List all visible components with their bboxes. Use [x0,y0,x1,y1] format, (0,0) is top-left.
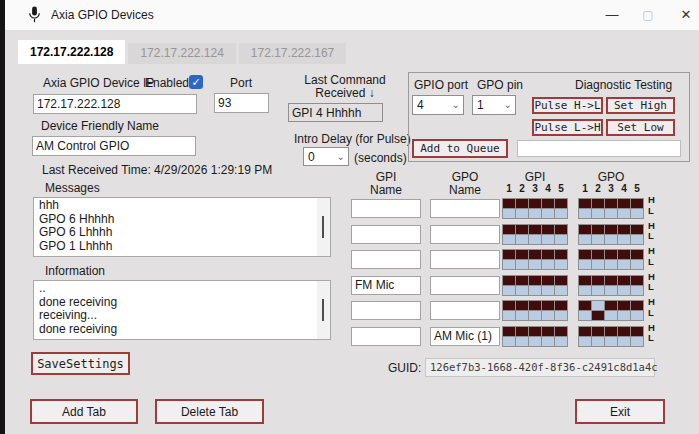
messages-list[interactable]: hhhGPO 6 HhhhhGPO 6 LhhhhGPO 1 Lhhhh [33,197,331,257]
gpo-pin-dropdown[interactable]: 1 ⌄ [472,95,516,115]
gpo-state-grid [578,249,644,270]
state-cell-low [516,337,528,346]
high-low-labels: HL [648,297,655,318]
gpi-state-grid [502,224,568,245]
state-cell-low [555,337,567,346]
intro-delay-dropdown[interactable]: 0 ⌄ [303,147,349,166]
state-cell-high [555,199,567,208]
state-cell-high [605,276,617,285]
information-scrollbar[interactable] [317,281,330,339]
information-list[interactable]: ..done receivingreceiving...done receivi… [33,280,331,340]
state-cell-low [516,209,528,218]
state-cell-low [592,311,604,320]
pin-row: HL [345,223,665,248]
state-cell-high [605,327,617,336]
gpi-name-input[interactable] [351,327,421,346]
gpo-name-input[interactable] [430,276,500,295]
seconds-label: (seconds) [354,151,407,165]
state-cell-low [542,337,554,346]
state-cell-high [592,327,604,336]
list-item[interactable]: hhh [34,199,316,213]
state-cell-low [555,286,567,295]
state-cell-high [592,276,604,285]
state-cell-low [503,286,515,295]
list-item[interactable]: receiving... [34,309,316,323]
state-cell-low [529,311,541,320]
device-ip-input[interactable] [33,94,197,114]
state-cell-high [555,225,567,234]
add-tab-button[interactable]: Add Tab [30,399,138,424]
app-window: Axia GPIO Devices — ▢ ✕ 172.17.222.12817… [0,0,699,434]
state-cell-low [529,209,541,218]
state-cell-high [605,199,617,208]
state-cell-low [516,311,528,320]
gpi-name-input[interactable] [351,301,421,320]
gpio-port-label: GPIO port [414,78,468,92]
gpi-state-grid [502,249,568,270]
close-icon[interactable]: ✕ [671,0,699,30]
guid-value[interactable]: 126ef7b3-1668-420f-8f36-c2491c8d1a4c [425,358,655,377]
friendly-name-input[interactable] [32,136,196,156]
set-low-button[interactable]: Set Low [606,119,675,136]
maximize-icon[interactable]: ▢ [633,0,663,30]
pin-row: HL [345,197,665,222]
state-cell-high [529,250,541,259]
list-item[interactable]: GPO 6 Hhhhh [34,213,316,227]
port-input[interactable] [214,93,269,113]
tab-172.17.222.128[interactable]: 172.17.222.128 [18,40,125,64]
tab-172.17.222.167[interactable]: 172.17.222.167 [239,43,346,64]
minimize-icon[interactable]: — [597,0,627,30]
diagnostic-testing-label: Diagnostic Testing [575,78,672,92]
gpo-name-input[interactable] [430,225,500,244]
tab-172.17.222.124[interactable]: 172.17.222.124 [128,43,235,64]
pin-number: 3 [605,183,617,194]
gpo-name-input[interactable] [430,199,500,218]
queue-input[interactable] [517,140,681,157]
state-cell-high [631,276,643,285]
gpi-name-input[interactable] [351,250,421,269]
state-cell-low [631,209,643,218]
pulse-high-low-button[interactable]: Pulse H->L [532,97,603,114]
state-cell-high [592,301,604,310]
state-cell-high [516,199,528,208]
set-high-button[interactable]: Set High [606,97,675,114]
exit-button[interactable]: Exit [575,399,665,424]
gpo-name-input[interactable] [430,327,500,346]
messages-scrollbar[interactable] [317,198,330,256]
list-item[interactable]: GPO 1 Lhhhh [34,240,316,254]
list-item[interactable]: done receiving [34,323,316,337]
gpo-name-input[interactable] [430,250,500,269]
state-cell-low [605,235,617,244]
list-item[interactable]: .. [34,282,316,296]
state-cell-high [631,301,643,310]
state-cell-high [618,276,630,285]
pin-row: HL [345,274,665,299]
gpi-name-input[interactable] [351,199,421,218]
pulse-low-high-button[interactable]: Pulse L->H [532,119,603,136]
state-cell-high [529,301,541,310]
state-cell-low [605,337,617,346]
state-cell-low [516,260,528,269]
add-to-queue-button[interactable]: Add to Queue [412,139,508,158]
pin-number: 4 [542,183,554,194]
gpio-port-dropdown[interactable]: 4 ⌄ [412,95,464,115]
gpo-pin-label: GPO pin [477,78,523,92]
state-cell-high [529,327,541,336]
state-label: H [648,195,655,206]
gpi-state-grid [502,300,568,321]
list-item[interactable]: GPO 6 Lhhhh [34,226,316,240]
list-item[interactable]: done receiving [34,296,316,310]
state-cell-high [592,199,604,208]
state-cell-low [579,235,591,244]
delete-tab-button[interactable]: Delete Tab [155,399,264,424]
enabled-checkbox[interactable]: ✓ [189,75,203,89]
state-cell-low [503,337,515,346]
state-cell-low [579,337,591,346]
gpi-name-input[interactable] [351,276,421,295]
state-cell-low [542,260,554,269]
state-cell-high [618,250,630,259]
gpo-name-input[interactable] [430,301,500,320]
gpo-name-header: GPO Name [430,171,500,197]
save-settings-button[interactable]: SaveSettings [31,352,130,375]
gpi-name-input[interactable] [351,225,421,244]
